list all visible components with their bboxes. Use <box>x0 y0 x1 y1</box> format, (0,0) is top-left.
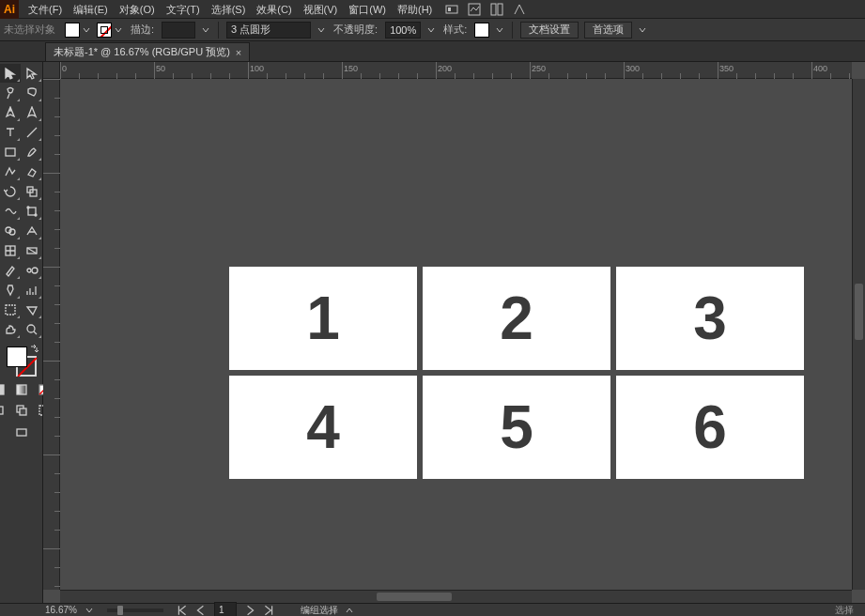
brush-definition-field[interactable]: 3 点圆形 <box>226 22 311 38</box>
svg-rect-0 <box>446 6 457 13</box>
ruler-origin[interactable] <box>43 62 60 79</box>
ruler-tick-label: 0 <box>62 64 67 73</box>
zoom-level-label[interactable]: 16.67% <box>45 605 77 615</box>
pen-tool[interactable] <box>0 103 21 122</box>
menu-select[interactable]: 选择(S) <box>206 0 252 19</box>
ruler-tick-label: 200 <box>438 64 452 73</box>
curvature-tool[interactable] <box>22 103 42 122</box>
first-artboard-icon[interactable] <box>177 606 188 615</box>
default-fill-stroke-icon[interactable] <box>5 369 14 378</box>
artboard-tool[interactable] <box>0 300 21 319</box>
gradient-mode-icon[interactable] <box>11 382 32 397</box>
next-artboard-icon[interactable] <box>244 606 255 615</box>
fill-dropdown-icon[interactable] <box>82 25 91 35</box>
blend-tool[interactable] <box>22 261 42 280</box>
eraser-tool[interactable] <box>22 162 42 181</box>
horizontal-scrollbar-thumb[interactable] <box>377 593 452 601</box>
zoom-dropdown-icon[interactable] <box>85 606 94 615</box>
svg-rect-19 <box>0 385 4 394</box>
zoom-slider[interactable] <box>107 608 163 612</box>
draw-behind-icon[interactable] <box>11 401 32 420</box>
preferences-button[interactable]: 首选项 <box>584 22 632 38</box>
lasso-tool[interactable] <box>22 84 42 102</box>
stroke-swatch[interactable] <box>97 23 112 38</box>
hand-tool[interactable] <box>0 320 21 339</box>
menu-type[interactable]: 文字(T) <box>161 0 206 19</box>
magic-wand-tool[interactable] <box>0 84 21 102</box>
svg-rect-23 <box>0 407 3 414</box>
menu-help[interactable]: 帮助(H) <box>392 0 438 19</box>
type-tool[interactable] <box>0 123 21 142</box>
last-artboard-icon[interactable] <box>263 606 274 615</box>
brush-dropdown-icon[interactable] <box>317 25 326 35</box>
width-tool[interactable] <box>0 202 21 221</box>
eyedropper-tool[interactable] <box>0 261 21 280</box>
status-flyout-icon[interactable] <box>346 607 353 614</box>
artboard-5[interactable]: 5 <box>423 376 610 479</box>
shape-builder-tool[interactable] <box>0 222 21 240</box>
horizontal-scrollbar[interactable] <box>60 590 852 603</box>
draw-normal-icon[interactable] <box>0 401 9 420</box>
canvas-viewport[interactable]: 1 2 3 4 5 6 <box>60 79 852 590</box>
artboard-2[interactable]: 2 <box>423 267 610 370</box>
gpu-icon[interactable] <box>513 3 526 16</box>
menu-effect[interactable]: 效果(C) <box>251 0 297 19</box>
svg-point-16 <box>32 268 38 273</box>
slice-tool[interactable] <box>22 300 42 319</box>
perspective-grid-tool[interactable] <box>22 222 42 240</box>
svg-rect-8 <box>28 208 36 215</box>
fill-swatch[interactable] <box>65 23 80 38</box>
mesh-tool[interactable] <box>0 241 21 260</box>
artboard-number-field[interactable]: 1 <box>214 602 237 617</box>
style-dropdown-icon[interactable] <box>495 25 504 35</box>
artboard-6[interactable]: 6 <box>616 376 804 479</box>
vertical-ruler[interactable] <box>43 79 60 590</box>
horizontal-ruler[interactable]: 050100150200250300350400 <box>60 62 852 79</box>
bridge-icon[interactable] <box>445 3 458 16</box>
menu-object[interactable]: 对象(O) <box>114 0 161 19</box>
free-transform-tool[interactable] <box>22 202 42 221</box>
rectangle-tool[interactable] <box>0 143 21 162</box>
status-bar: 16.67% 1 编组选择 选择 <box>0 603 865 616</box>
menu-window[interactable]: 窗口(W) <box>343 0 392 19</box>
svg-rect-2 <box>469 4 480 15</box>
opacity-dropdown-icon[interactable] <box>426 25 436 35</box>
stock-icon[interactable] <box>468 3 481 16</box>
line-segment-tool[interactable] <box>22 123 42 142</box>
opacity-field[interactable]: 100% <box>385 22 421 38</box>
menu-view[interactable]: 视图(V) <box>298 0 344 19</box>
menu-file[interactable]: 文件(F) <box>23 0 68 19</box>
scale-tool[interactable] <box>22 182 42 201</box>
direct-selection-tool[interactable] <box>22 64 42 83</box>
artboard-3[interactable]: 3 <box>616 267 804 370</box>
vertical-scrollbar-thumb[interactable] <box>855 284 863 340</box>
vertical-scrollbar[interactable] <box>852 79 865 590</box>
stroke-weight-dropdown-icon[interactable] <box>201 25 210 35</box>
symbol-sprayer-tool[interactable] <box>0 281 21 300</box>
fill-stroke-control[interactable] <box>5 345 39 378</box>
screen-mode-icon[interactable] <box>11 424 32 442</box>
gradient-tool[interactable] <box>22 241 42 260</box>
column-graph-tool[interactable] <box>22 281 42 300</box>
artboard-4[interactable]: 4 <box>229 376 417 479</box>
swap-fill-stroke-icon[interactable] <box>29 345 39 354</box>
selection-tool[interactable] <box>0 64 21 83</box>
preferences-dropdown-icon[interactable] <box>638 25 647 35</box>
current-tool-hint: 编组选择 <box>301 604 338 617</box>
prev-artboard-icon[interactable] <box>195 606 207 615</box>
stroke-weight-field[interactable] <box>162 22 195 38</box>
zoom-tool[interactable] <box>22 320 42 339</box>
menu-edit[interactable]: 编辑(E) <box>68 0 114 19</box>
document-setup-button[interactable]: 文档设置 <box>520 22 579 38</box>
color-mode-icon[interactable] <box>0 382 9 397</box>
fill-color-box[interactable] <box>7 346 27 367</box>
paintbrush-tool[interactable] <box>22 143 42 162</box>
rotate-tool[interactable] <box>0 182 21 201</box>
arrange-documents-icon[interactable] <box>490 3 503 16</box>
shaper-tool[interactable] <box>0 162 21 181</box>
document-tab[interactable]: 未标题-1* @ 16.67% (RGB/GPU 预览) × <box>45 42 250 61</box>
artboard-1[interactable]: 1 <box>229 267 417 370</box>
stroke-dropdown-icon[interactable] <box>114 25 123 35</box>
graphic-style-swatch[interactable] <box>474 23 489 38</box>
close-tab-icon[interactable]: × <box>236 47 241 58</box>
